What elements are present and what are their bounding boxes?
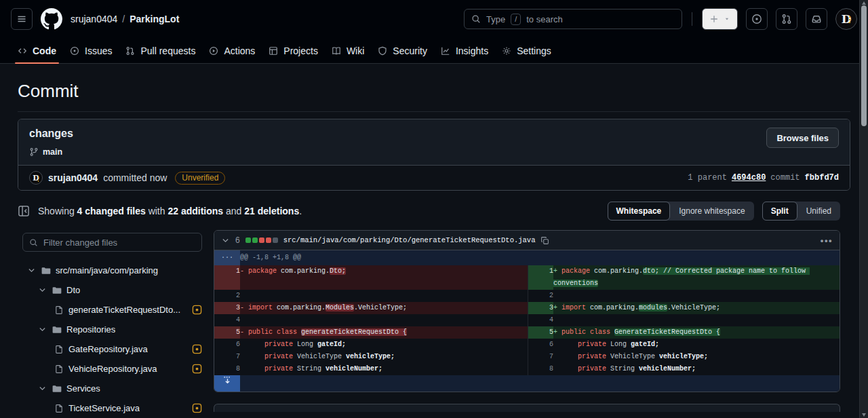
tree-item-repositories[interactable]: Repositories — [18, 320, 208, 339]
diff-row-line-7: 7 private VehicleType vehicleType;7 priv… — [214, 351, 840, 363]
diff-row-line-1: 1- package com.parking.Dto;1+ package co… — [214, 265, 840, 290]
tab-insights[interactable]: Insights — [434, 38, 495, 63]
diffstat-square-add — [245, 238, 251, 243]
scrollbar-thumb[interactable] — [861, 5, 867, 126]
chevron-down-icon[interactable] — [38, 384, 47, 393]
line-number: 4 — [214, 314, 240, 326]
parent-label: 1 parent — [688, 173, 727, 183]
left-code-cell: - public class generateTicketRequestDto … — [240, 326, 528, 339]
diff-row-line-2: 22 — [214, 290, 840, 302]
view-option-1[interactable]: Unified — [797, 202, 840, 221]
github-logo-icon[interactable] — [41, 8, 62, 30]
tree-item-services[interactable]: Services — [18, 379, 208, 398]
pull-requests-dashboard-button[interactable] — [776, 8, 797, 30]
search-placeholder-post: to search — [526, 14, 562, 24]
browse-files-button[interactable]: Browse files — [766, 128, 839, 148]
tab-actions[interactable]: Actions — [202, 38, 262, 63]
user-avatar[interactable]: D — [835, 8, 857, 30]
line-number: 8 — [214, 363, 240, 375]
right-code-cell: + package com.parking.dto; // Corrected … — [553, 265, 840, 290]
collapse-diff-chevron-icon[interactable] — [221, 236, 230, 245]
right-code-cell — [553, 314, 840, 326]
line-number: 6 — [214, 339, 240, 351]
tree-item-gaterepository-java[interactable]: GateRepository.java — [18, 339, 208, 359]
tab-pull-requests[interactable]: Pull requests — [119, 38, 202, 63]
title-divider — [18, 111, 850, 112]
notifications-inbox-button[interactable] — [806, 8, 827, 30]
whitespace-option-0[interactable]: Whitespace — [608, 202, 671, 221]
tree-item-label: generateTicketRequestDto... — [68, 305, 180, 315]
commit-card-header: changes Browse files main — [18, 119, 850, 165]
graph-icon — [441, 46, 450, 56]
line-number: 1 — [528, 265, 553, 290]
tab-settings[interactable]: Settings — [495, 38, 558, 63]
file-options-kebab-button[interactable]: ••• — [821, 235, 833, 246]
diff-row-line-5: 5- public class generateTicketRequestDto… — [214, 326, 840, 339]
parent-sha-link[interactable]: 4694c80 — [732, 173, 766, 183]
create-new-button[interactable] — [702, 8, 738, 30]
commit-label: commit — [770, 173, 800, 183]
search-icon — [29, 238, 38, 247]
file-icon — [54, 345, 64, 354]
hamburger-menu-button[interactable] — [11, 8, 33, 30]
tree-item-ticketservice-java[interactable]: TicketService.java — [18, 398, 208, 418]
line-number: 1 — [214, 265, 240, 290]
left-code-cell: private VehicleType vehicleType; — [240, 351, 528, 363]
issue-opened-icon — [751, 14, 762, 24]
commit-author[interactable]: srujan0404 — [48, 172, 98, 183]
tree-item-vehiclerepository-java[interactable]: VehicleRepository.java — [18, 359, 208, 379]
right-code-cell: + import com.parking.modules.VehicleType… — [553, 302, 840, 314]
whitespace-option-1[interactable]: Ignore whitespace — [670, 202, 753, 221]
line-number: 5 — [214, 326, 240, 339]
scrollbar-up-arrow[interactable] — [862, 1, 866, 5]
right-code-cell: + public class GenerateTicketRequestDto … — [553, 326, 840, 339]
folder-icon — [41, 265, 51, 276]
file-filter-input[interactable]: Filter changed files — [22, 233, 202, 252]
tab-security[interactable]: Security — [371, 38, 434, 63]
file-tree: Filter changed files src/main/java/com/p… — [18, 230, 208, 418]
tree-item-label: TicketService.java — [68, 403, 140, 413]
tree-item-src-main-java-com-parking[interactable]: src/main/java/com/parking — [18, 261, 208, 280]
hamburger-icon — [16, 14, 27, 24]
code-icon — [18, 46, 27, 56]
tab-issues[interactable]: Issues — [63, 38, 119, 63]
tree-item-label: VehicleRepository.java — [68, 364, 157, 374]
line-number: 6 — [528, 339, 553, 351]
diff-row-line-6: 6 private Long gateId;6 private Long gat… — [214, 339, 840, 351]
issues-dashboard-button[interactable] — [746, 8, 768, 30]
chevron-down-icon[interactable] — [38, 325, 47, 334]
diff-filename[interactable]: src/main/java/com/parking/Dto/generateTi… — [283, 236, 536, 244]
scrollbar-down-arrow[interactable] — [862, 413, 866, 417]
chevron-down-icon — [724, 16, 730, 22]
diff-row-line-4: 44 — [214, 314, 840, 326]
expand-down-button[interactable] — [214, 375, 240, 392]
tab-wiki[interactable]: Wiki — [325, 38, 371, 63]
shield-icon — [378, 46, 387, 56]
unverified-badge[interactable]: Unverified — [175, 172, 225, 185]
tab-code[interactable]: Code — [11, 38, 63, 63]
tree-item-dto[interactable]: Dto — [18, 280, 208, 300]
branch-name[interactable]: main — [43, 147, 62, 157]
breadcrumb-separator: / — [122, 14, 125, 24]
diff-row-line-8: 8 private String vehicleNumber;8 private… — [214, 363, 840, 375]
tree-item-generateticketrequestdto-[interactable]: generateTicketRequestDto... — [18, 300, 208, 320]
expand-hunk-button[interactable]: ··· — [214, 250, 240, 265]
tree-item-label: Repositories — [66, 324, 115, 335]
git-pull-request-icon — [781, 14, 792, 24]
line-number: 3 — [528, 302, 553, 314]
breadcrumb-owner[interactable]: srujan0404 — [71, 14, 117, 24]
copy-path-icon[interactable] — [540, 236, 549, 245]
collapse-file-tree-button[interactable] — [18, 205, 30, 217]
table-icon — [269, 46, 278, 56]
page-scrollbar[interactable] — [859, 0, 868, 418]
view-option-0[interactable]: Split — [762, 202, 797, 221]
git-pull-request-icon — [125, 46, 135, 56]
chevron-down-icon[interactable] — [27, 266, 36, 275]
commit-author-avatar[interactable]: D — [29, 171, 43, 185]
diff-toolbar: Showing 4 changed files with 22 addition… — [18, 202, 850, 221]
tab-projects[interactable]: Projects — [262, 38, 325, 63]
line-number: 8 — [528, 363, 553, 375]
chevron-down-icon[interactable] — [38, 286, 47, 294]
search-input[interactable]: Type / to search — [464, 9, 682, 29]
breadcrumb-repo[interactable]: ParkingLot — [130, 14, 179, 24]
